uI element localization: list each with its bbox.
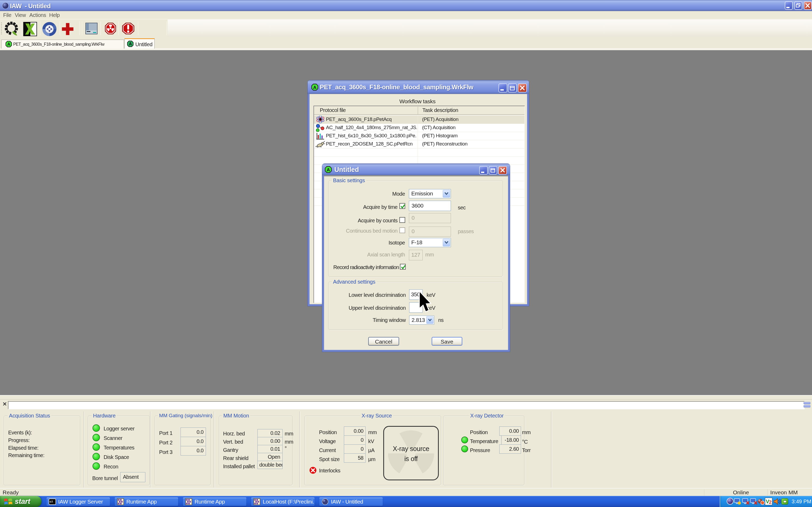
svg-text:A: A	[129, 42, 132, 46]
svg-text:A: A	[7, 42, 10, 47]
svg-text:A: A	[313, 85, 317, 90]
svg-text:c:\: c:\	[50, 500, 53, 503]
svg-text:A: A	[327, 167, 330, 172]
